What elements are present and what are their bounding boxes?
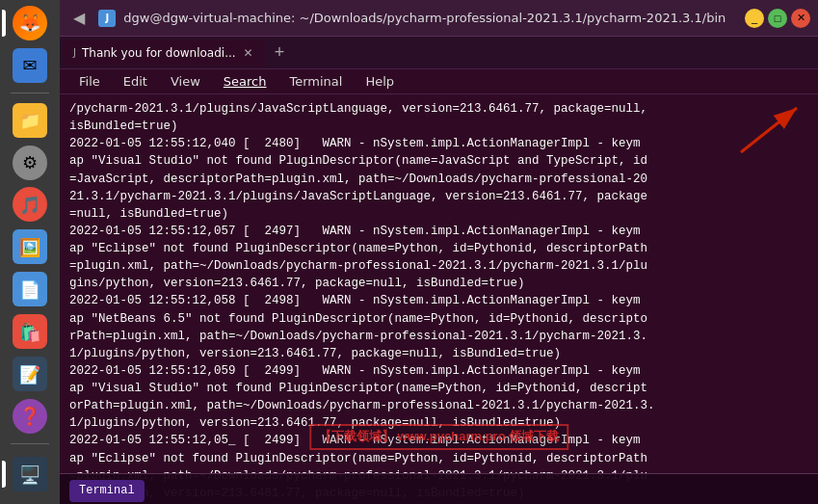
menu-bar: File Edit View Search Terminal Help — [60, 69, 818, 94]
new-tab-button[interactable]: + — [269, 42, 291, 63]
menu-view[interactable]: View — [167, 72, 204, 91]
terminal-window: ◀ J dgw@dgw-virtual-machine: ~/Downloads… — [60, 0, 818, 504]
taskbar-icon-mail[interactable]: ✉️ — [8, 46, 52, 85]
tab-active[interactable]: J Thank you for downloadi... ✕ — [64, 40, 265, 66]
menu-file[interactable]: File — [75, 72, 104, 91]
taskbar-icon-music[interactable]: 🎵 — [8, 186, 52, 225]
bottom-terminal-label[interactable]: Terminal — [69, 480, 145, 502]
taskbar-icon-docs[interactable]: 📄 — [8, 270, 52, 308]
maximize-button[interactable]: □ — [768, 9, 787, 28]
window-controls: _ □ ✕ — [745, 9, 810, 28]
window-title: dgw@dgw-virtual-machine: ~/Downloads/pyc… — [123, 11, 737, 25]
tab-app-icon: J — [73, 47, 76, 58]
minimize-button[interactable]: _ — [745, 9, 764, 28]
tab-close-button[interactable]: ✕ — [242, 46, 255, 60]
dock-separator-1 — [11, 93, 49, 93]
menu-search[interactable]: Search — [220, 72, 271, 91]
main-area: ◀ J dgw@dgw-virtual-machine: ~/Downloads… — [60, 0, 818, 504]
bottom-status-bar: Terminal — [60, 473, 818, 504]
taskbar-icon-firefox[interactable]: 🦊 — [8, 4, 52, 42]
taskbar-icon-store[interactable]: 🛍️ — [8, 312, 52, 351]
dock-separator-2 — [11, 443, 49, 444]
taskbar-icon-settings[interactable]: ⚙️ — [8, 144, 52, 182]
taskbar-bottom: 🖥️ — [8, 439, 52, 504]
menu-terminal[interactable]: Terminal — [285, 72, 346, 91]
title-bar-app-icon: J — [98, 10, 116, 27]
tab-bar: J Thank you for downloadi... ✕ + — [60, 37, 818, 69]
title-bar: ◀ J dgw@dgw-virtual-machine: ~/Downloads… — [60, 0, 818, 37]
taskbar-icon-help[interactable]: ❓ — [8, 397, 52, 436]
menu-help[interactable]: Help — [361, 72, 398, 91]
terminal-output: /pycharm-2021.3.1/plugins/JavaScriptLang… — [60, 94, 818, 504]
taskbar-icon-files[interactable]: 📁 — [8, 101, 52, 140]
taskbar-icon-terminal[interactable]: 🖥️ — [8, 452, 52, 496]
taskbar-icon-text-editor[interactable]: 📝 — [8, 355, 52, 393]
close-button[interactable]: ✕ — [791, 9, 810, 28]
taskbar: 🦊 ✉️ 📁 ⚙️ 🎵 🖼️ 📄 🛍️ 📝 ❓ 🖥️ — [0, 0, 60, 504]
taskbar-icon-shotwell[interactable]: 🖼️ — [8, 227, 52, 266]
back-button[interactable]: ◀ — [67, 7, 91, 29]
menu-edit[interactable]: Edit — [119, 72, 151, 91]
tab-label: Thank you for downloadi... — [82, 46, 236, 60]
terminal-text: /pycharm-2021.3.1/plugins/JavaScriptLang… — [69, 100, 808, 502]
